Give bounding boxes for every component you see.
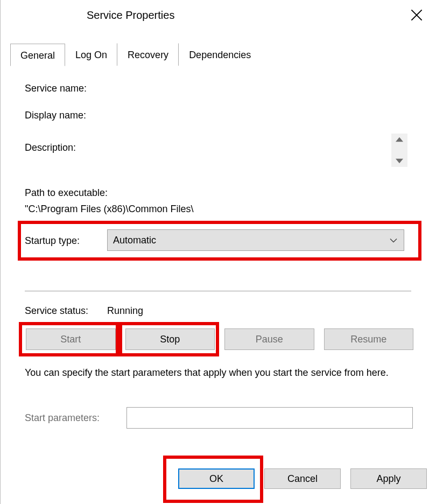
label-display-name: Display name:	[25, 110, 86, 121]
startup-type-select[interactable]: Automatic	[107, 229, 404, 251]
pause-button[interactable]: Pause	[224, 328, 314, 350]
scroll-up-icon	[396, 134, 403, 145]
label-path: Path to executable:	[25, 187, 108, 199]
highlight-stop-button	[119, 322, 219, 356]
value-service-status: Running	[107, 305, 143, 317]
value-path: "C:\Program Files (x86)\Common Files\	[25, 204, 193, 215]
tabstrip: General Log On Recovery Dependencies	[10, 42, 261, 66]
divider	[25, 291, 411, 291]
startup-type-value: Automatic	[113, 235, 156, 246]
label-start-parameters: Start parameters:	[25, 412, 100, 424]
start-parameters-hint: You can specify the start parameters tha…	[25, 366, 411, 379]
start-parameters-input	[126, 407, 413, 429]
tab-log-on[interactable]: Log On	[65, 43, 117, 66]
resume-button[interactable]: Resume	[324, 328, 414, 350]
tab-dependencies[interactable]: Dependencies	[179, 43, 261, 66]
tab-general[interactable]: General	[10, 44, 65, 66]
highlight-ok-button	[163, 456, 263, 503]
label-description: Description:	[25, 142, 76, 153]
label-service-status: Service status:	[25, 305, 88, 317]
label-startup-type: Startup type:	[25, 235, 80, 247]
cancel-button[interactable]: Cancel	[264, 468, 341, 489]
close-icon	[411, 9, 423, 24]
description-scrollbar[interactable]	[391, 134, 407, 167]
service-properties-dialog: Service Properties General Log On Recove…	[0, 0, 436, 504]
window-title: Service Properties	[87, 9, 174, 22]
close-button[interactable]	[406, 5, 427, 27]
chevron-down-icon	[390, 235, 397, 246]
apply-button[interactable]: Apply	[350, 468, 427, 489]
scroll-down-icon	[396, 155, 403, 167]
titlebar: Service Properties	[1, 0, 436, 32]
highlight-start-button	[19, 322, 119, 356]
label-service-name: Service name:	[25, 83, 87, 94]
tab-recovery[interactable]: Recovery	[117, 43, 179, 66]
